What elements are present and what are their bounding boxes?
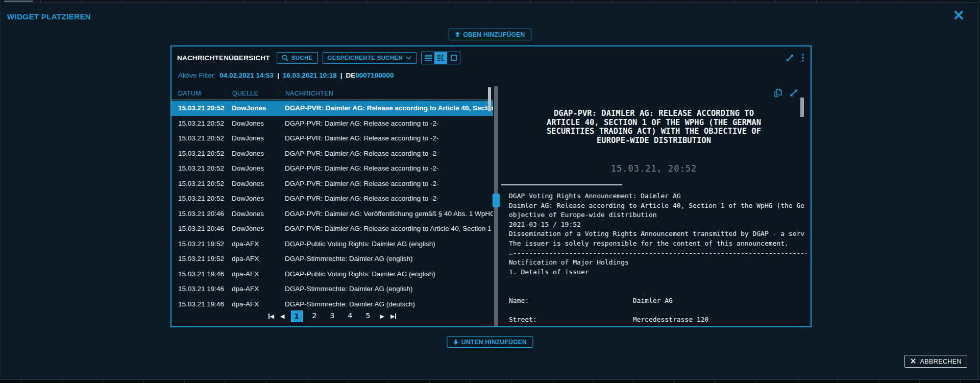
widget-title: NACHRICHTENÜBERSICHT <box>177 54 270 62</box>
row-date: 15.03.21 20:52 <box>172 195 226 202</box>
view-toggle-group <box>421 52 460 64</box>
filter-date-from: 04.02.2021 14:53 <box>219 71 274 79</box>
expand-detail-icon[interactable] <box>789 88 798 98</box>
add-above-label: OBEN HINZUFÜGEN <box>463 31 525 38</box>
pagination-page-3[interactable]: 3 <box>327 310 338 322</box>
chevron-down-icon <box>406 56 411 60</box>
active-filter-label: Aktive Filter: <box>178 71 216 79</box>
row-message: DGAP-PVR: Daimler AG: Release according … <box>279 119 493 127</box>
modal-title: WIDGET PLATZIEREN <box>7 12 91 21</box>
row-source: DowJones <box>226 225 279 232</box>
filter-isin-prefix: DE <box>346 71 356 79</box>
close-icon[interactable]: × <box>952 7 965 22</box>
row-message: DGAP-PVR: Daimler AG: Release according … <box>279 164 493 172</box>
cancel-label: ABBRECHEN <box>920 358 962 365</box>
row-source: DowJones <box>226 119 279 127</box>
full-view-icon[interactable] <box>447 52 460 64</box>
filter-separator: | <box>277 71 279 79</box>
column-header-nachrichten[interactable]: NACHRICHTEN <box>279 89 493 98</box>
row-date: 15.03.21 19:52 <box>172 240 226 248</box>
table-row[interactable]: 15.03.21 20:52DowJonesDGAP-PVR: Daimler … <box>172 191 493 206</box>
arrow-down-icon <box>453 339 458 345</box>
row-source: dpa-AFX <box>226 270 279 278</box>
pagination-next-button[interactable]: ▶ <box>380 313 384 320</box>
row-date: 15.03.21 19:46 <box>172 300 226 308</box>
cancel-button[interactable]: × ABBRECHEN <box>904 355 967 368</box>
split-view-icon[interactable] <box>434 52 447 64</box>
row-date: 15.03.21 20:52 <box>172 119 226 127</box>
column-header-quelle[interactable]: QUELLE <box>226 89 279 98</box>
expand-widget-icon[interactable] <box>786 54 794 62</box>
pagination-page-1[interactable]: 1 <box>291 310 303 322</box>
row-date: 15.03.21 19:52 <box>172 255 226 262</box>
table-row[interactable]: 15.03.21 20:52DowJonesDGAP-PVR: Daimler … <box>172 176 493 192</box>
table-scrollbar-thumb[interactable] <box>488 87 491 111</box>
row-message: DGAP-PVR: Daimler AG: Release according … <box>279 180 493 187</box>
row-source: DowJones <box>226 210 279 218</box>
row-date: 15.03.21 20:52 <box>172 134 226 142</box>
news-overview-widget: NACHRICHTENÜBERSICHT SUCHE GESPEICHERTE … <box>170 45 812 327</box>
table-row[interactable]: 15.03.21 20:46DowJonesDGAP-PVR: Daimler … <box>172 206 493 222</box>
pagination-page-2[interactable]: 2 <box>309 310 321 322</box>
add-below-label: UNTEN HINZUFÜGEN <box>461 339 527 346</box>
row-source: DowJones <box>226 164 279 172</box>
row-message: DGAP-Public Voting Rights: Daimler AG (e… <box>279 270 493 278</box>
row-message: DGAP-PVR: Daimler AG: Veröffentlichung g… <box>279 210 493 218</box>
table-row[interactable]: 15.03.21 20:52DowJonesDGAP-PVR: Daimler … <box>172 131 493 146</box>
filter-date-to: 16.03.2021 10:18 <box>283 71 337 79</box>
filter-isin-rest: 0007100000 <box>355 71 394 79</box>
row-message: DGAP-Stimmrechte: Daimler AG (english) <box>279 285 493 293</box>
cancel-x-icon: × <box>910 357 917 365</box>
list-view-icon[interactable] <box>422 52 434 64</box>
add-below-button[interactable]: UNTEN HINZUFÜGEN <box>447 336 533 348</box>
widget-header: NACHRICHTENÜBERSICHT SUCHE GESPEICHERTE … <box>177 51 805 64</box>
filter-separator: | <box>340 71 342 79</box>
widget-header-icons <box>786 54 804 62</box>
detail-scrollbar-thumb[interactable] <box>800 98 804 117</box>
row-date: 15.03.21 19:46 <box>172 270 226 278</box>
row-message: DGAP-PVR: Daimler AG: Release according … <box>279 104 493 112</box>
row-date: 15.03.21 20:52 <box>172 150 226 157</box>
search-button[interactable]: SUCHE <box>277 52 318 64</box>
table-row[interactable]: 15.03.21 19:52dpa-AFXDGAP-Stimmrechte: D… <box>172 251 493 267</box>
row-source: DowJones <box>226 104 279 112</box>
column-header-datum[interactable]: DATUM <box>172 89 226 98</box>
table-row[interactable]: 15.03.21 20:52DowJonesDGAP-PVR: Daimler … <box>172 161 493 176</box>
copy-icon[interactable] <box>773 88 783 98</box>
pagination-last-button[interactable]: ▶ <box>390 313 396 320</box>
row-source: dpa-AFX <box>226 240 279 248</box>
pagination-prev-button[interactable]: ◀ <box>280 313 284 320</box>
pagination-first-button[interactable]: ◀ <box>268 313 274 320</box>
table-row[interactable]: 15.03.21 20:52DowJonesDGAP-PVR: Daimler … <box>172 146 493 161</box>
filter-isin: DE0007100000 <box>346 71 394 79</box>
table-row[interactable]: 15.03.21 19:52dpa-AFXDGAP-Public Voting … <box>172 236 493 252</box>
table-row[interactable]: 15.03.21 20:52DowJonesDGAP-PVR: Daimler … <box>172 101 493 116</box>
background-app-bottom-edge <box>0 380 980 383</box>
kebab-menu-icon[interactable] <box>802 54 804 62</box>
pagination-page-5[interactable]: 5 <box>362 310 374 322</box>
add-above-button[interactable]: OBEN HINZUFÜGEN <box>448 29 531 40</box>
row-message: DGAP-PVR: Daimler AG: Release according … <box>279 150 493 157</box>
pagination-page-4[interactable]: 4 <box>345 310 356 322</box>
row-message: DGAP-Public Voting Rights: Daimler AG (e… <box>279 240 493 248</box>
table-row[interactable]: 15.03.21 20:46DowJonesDGAP-PVR: Daimler … <box>172 221 493 236</box>
search-icon <box>282 55 288 61</box>
splitter-drag-handle[interactable] <box>493 194 500 207</box>
saved-searches-dropdown[interactable]: GESPEICHERTE SUCHEN <box>323 52 417 64</box>
skip-bar <box>395 314 396 319</box>
background-app-text-fragment <box>4 1 33 2</box>
row-source: dpa-AFX <box>226 255 279 262</box>
pagination-pages: 12345 <box>291 310 374 322</box>
row-message: DGAP-PVR: Daimler AG: Release according … <box>279 134 493 142</box>
row-message: DGAP-Stimmrechte: Daimler AG (deutsch) <box>279 300 493 308</box>
table-row[interactable]: 15.03.21 19:46dpa-AFXDGAP-Stimmrechte: D… <box>172 297 493 312</box>
detail-timestamp: 15.03.21, 20:52 <box>501 163 806 174</box>
table-row[interactable]: 15.03.21 19:46dpa-AFXDGAP-Public Voting … <box>172 267 493 282</box>
row-message: DGAP-Stimmrechte: Daimler AG (english) <box>279 255 493 262</box>
news-detail-pane: DGAP-PVR: DAIMLER AG: RELEASE ACCORDING … <box>501 86 806 326</box>
detail-divider <box>501 184 622 185</box>
row-source: DowJones <box>226 150 279 157</box>
table-row[interactable]: 15.03.21 20:52DowJonesDGAP-PVR: Daimler … <box>172 116 493 131</box>
widget-place-modal: WIDGET PLATZIEREN × OBEN HINZUFÜGEN NACH… <box>1 3 979 380</box>
table-row[interactable]: 15.03.21 19:46dpa-AFXDGAP-Stimmrechte: D… <box>172 281 493 297</box>
